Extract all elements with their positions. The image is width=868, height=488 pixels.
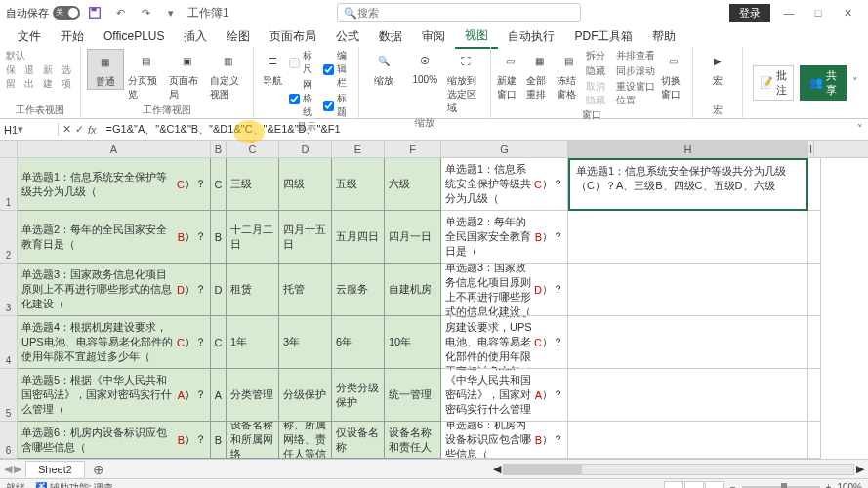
hscroll-left-icon[interactable]: ◀ (493, 463, 501, 475)
tab-视图[interactable]: 视图 (455, 24, 498, 49)
tab-OfficePLUS[interactable]: OfficePLUS (94, 26, 174, 46)
zoom-button[interactable]: 🔍缩放 (365, 49, 402, 88)
cell[interactable]: 托管 (279, 264, 332, 316)
pagelayout-button[interactable]: ▣页面布局 (169, 49, 206, 102)
pagebreak-view-icon[interactable] (705, 481, 724, 489)
zoom-selection-button[interactable]: ⛶缩放到选定区域 (447, 49, 484, 115)
cell[interactable]: 四月一日 (385, 211, 441, 264)
col-header-D[interactable]: D (279, 141, 332, 157)
tab-PDF工具箱[interactable]: PDF工具箱 (564, 25, 642, 48)
save-icon[interactable] (84, 2, 105, 23)
macros-button[interactable]: ▶宏 (699, 49, 736, 88)
cell[interactable]: 统一管理 (385, 369, 441, 422)
tab-公式[interactable]: 公式 (326, 25, 369, 48)
custom-view-button[interactable]: ▥自定义视图 (210, 49, 247, 102)
confirm-formula-icon[interactable]: ✓ (75, 123, 84, 136)
tab-插入[interactable]: 插入 (174, 25, 217, 48)
row-header-4[interactable]: 4 (0, 316, 18, 369)
qat-dropdown-icon[interactable]: ▾ (160, 2, 182, 23)
freeze-button[interactable]: ▤冻结窗格 (557, 49, 582, 102)
cell[interactable] (808, 211, 821, 264)
new-window-button[interactable]: ▭新建窗口 (497, 49, 522, 102)
cell[interactable] (808, 264, 821, 316)
cell[interactable]: 设备名称和责任人 (385, 422, 441, 459)
row-header-2[interactable]: 2 (0, 211, 18, 264)
cell[interactable] (808, 369, 821, 422)
row-header-5[interactable]: 5 (0, 369, 18, 422)
ribbon-collapse-icon[interactable]: ˅ (852, 76, 858, 89)
cell[interactable]: D (211, 264, 227, 316)
cell[interactable]: 分类管理 (227, 369, 279, 422)
search-box[interactable]: 🔍 (337, 3, 581, 22)
hscroll-track[interactable] (503, 464, 854, 475)
cell[interactable]: 四月十五日 (279, 211, 332, 264)
split-button[interactable]: 拆分 (586, 49, 613, 62)
arrange-button[interactable]: ▦全部重排 (526, 49, 552, 102)
search-input[interactable] (357, 7, 574, 19)
hscroll-thumb[interactable] (504, 465, 582, 474)
cell[interactable]: C (211, 158, 227, 211)
pagebreak-button[interactable]: ▤分页预览 (128, 49, 165, 102)
cell[interactable]: 租赁 (227, 264, 279, 316)
name-box[interactable]: H1▾ (0, 123, 59, 136)
cell[interactable]: 六级 (385, 158, 441, 211)
tab-审阅[interactable]: 审阅 (412, 25, 455, 48)
cell[interactable] (568, 369, 808, 422)
cell[interactable]: 单选题2：每年的全民国家安全教育日是（B）？ (18, 211, 211, 264)
cell[interactable]: 设备名称和所属网络 (227, 422, 279, 459)
add-sheet-button[interactable]: ⊕ (85, 462, 112, 477)
cell[interactable] (568, 422, 808, 459)
switch-window-button[interactable]: ▭切换窗口 (661, 49, 686, 102)
row-header-1[interactable]: 1 (0, 158, 18, 211)
sheet-nav-prev-icon[interactable]: ◀ (4, 463, 12, 475)
cell[interactable]: 单选题6：机房内设备标识应包含哪些信息（B）？ (441, 422, 568, 459)
cell[interactable]: 分级保护 (279, 369, 332, 422)
zoom-100-button[interactable]: ⦿100% (406, 49, 443, 85)
cell[interactable]: 单选题6：机房内设备标识应包含哪些信息（B）？ (18, 422, 211, 459)
cell[interactable]: 单选题1：信息系统安全保护等级共分为几级（C）？ (18, 158, 211, 211)
cell[interactable]: 三级 (227, 158, 279, 211)
zoom-out-icon[interactable]: − (730, 482, 736, 488)
cell[interactable]: 仅设备名称 (332, 422, 385, 459)
normal-view-button[interactable]: ▦普通 (87, 49, 124, 90)
headings-check[interactable]: 标题 (323, 92, 353, 119)
cell[interactable]: 10年 (385, 316, 441, 369)
cell[interactable]: 6年 (332, 316, 385, 369)
cell[interactable]: 十二月二日 (227, 211, 279, 264)
login-button[interactable]: 登录 (729, 4, 770, 22)
cell[interactable]: 云服务 (332, 264, 385, 316)
select-all-corner[interactable] (0, 141, 18, 157)
ruler-check[interactable]: 标尺 (289, 49, 319, 76)
cell[interactable] (568, 211, 808, 264)
cell[interactable]: B (211, 211, 227, 264)
cell[interactable] (808, 158, 821, 211)
cell[interactable]: 分类分级保护 (332, 369, 385, 422)
accessibility-status[interactable]: ♿ 辅助功能: 调查 (35, 481, 113, 489)
cell[interactable]: 单选题4：根据机房建设要求，UPS电池、电容等易老化部件的使用年限不宜超过多少年… (441, 316, 568, 369)
gridlines-check[interactable]: 网格线 (289, 78, 319, 119)
col-header-H[interactable]: H (568, 141, 808, 157)
cell[interactable] (568, 316, 808, 369)
sheet-nav-next-icon[interactable]: ▶ (14, 463, 21, 475)
undo-icon[interactable]: ↶ (109, 2, 131, 23)
hscroll-right-icon[interactable]: ▶ (856, 463, 864, 475)
pagelayout-view-icon[interactable] (684, 481, 704, 489)
tab-页面布局[interactable]: 页面布局 (260, 25, 326, 48)
col-header-G[interactable]: G (441, 141, 568, 157)
cell[interactable]: 单选题3：国家政务信息化项目原则上不再进行哪些形式的信息化建设（D）？ (441, 264, 568, 316)
cell[interactable]: 五级 (332, 158, 385, 211)
cell[interactable] (808, 422, 821, 459)
cancel-formula-icon[interactable]: ✕ (62, 123, 71, 136)
cell[interactable]: 1年 (227, 316, 279, 369)
col-header-A[interactable]: A (18, 141, 211, 157)
cell[interactable]: 四级 (279, 158, 332, 211)
normal-view-icon[interactable] (664, 481, 683, 489)
cell[interactable]: 单选题2：每年的全民国家安全教育日是（B）？ (441, 211, 568, 264)
tab-开始[interactable]: 开始 (51, 25, 94, 48)
cell[interactable]: 自建机房 (385, 264, 441, 316)
tab-绘图[interactable]: 绘图 (217, 25, 260, 48)
cell[interactable]: 设备名称、所属网络、责任人等信息 (279, 422, 332, 459)
cell[interactable]: C (211, 316, 227, 369)
minimize-icon[interactable]: — (774, 0, 804, 25)
hide-button[interactable]: 隐藏 (586, 64, 613, 78)
